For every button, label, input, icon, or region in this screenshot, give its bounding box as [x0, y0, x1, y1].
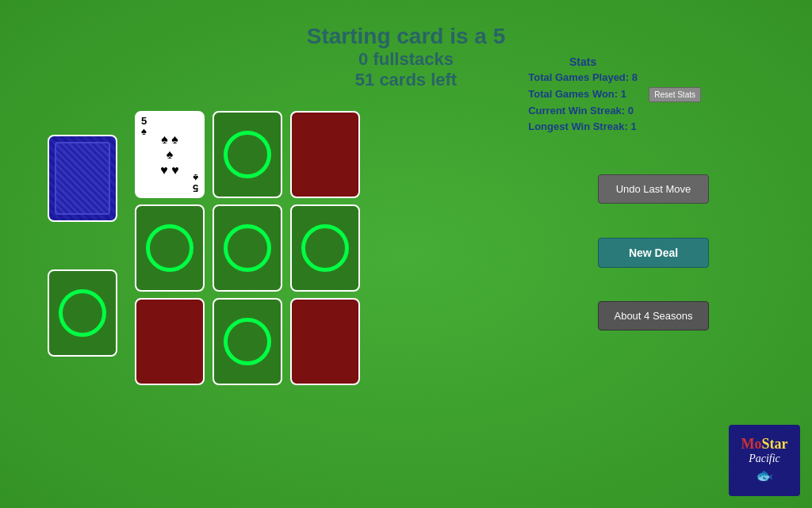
current-win-streak-row: Current Win Streak: 0 — [528, 103, 638, 120]
grid-card-r3c2[interactable] — [213, 298, 282, 385]
card-row-1: 5♠ ♠ ♠ ♠ ♥ ♥ 5♠ — [135, 111, 360, 198]
stats-title: Stats — [528, 55, 638, 68]
logo-pacific: Pacific — [749, 453, 780, 465]
deck-back-pattern — [55, 142, 110, 215]
total-games-played-value: 8 — [632, 71, 638, 83]
small-green-card[interactable] — [48, 269, 117, 357]
grid-card-r3c3[interactable] — [290, 298, 360, 385]
longest-win-streak-row: Longest Win Streak: 1 — [528, 119, 638, 136]
grid-card-r3c1[interactable] — [135, 298, 205, 385]
grid-card-r1c2[interactable] — [213, 111, 282, 198]
empty-circle-r3c2 — [224, 318, 271, 365]
mostar-pacific-logo: MoStar Pacific 🐟 — [729, 425, 800, 496]
logo-star: Star — [762, 436, 788, 452]
about-button[interactable]: About 4 Seasons — [598, 301, 709, 330]
card-row-3 — [135, 298, 360, 385]
total-games-won-label: Total Games Won: — [528, 88, 618, 100]
logo-fish-icon: 🐟 — [756, 467, 773, 484]
card-center: ♠ ♠ ♠ ♥ ♥ — [160, 116, 178, 193]
grid-card-r2c2[interactable] — [213, 204, 282, 292]
five-of-spades[interactable]: 5♠ ♠ ♠ ♠ ♥ ♥ 5♠ — [135, 111, 205, 198]
empty-circle-r2c3 — [301, 224, 349, 272]
card-row-2 — [135, 204, 360, 292]
total-games-played-row: Total Games Played: 8 — [528, 70, 638, 86]
card-corner-br: 5♠ — [193, 173, 198, 193]
game-header: Starting card is a 5 0 fullstacks 51 car… — [0, 0, 812, 90]
deck-area — [48, 135, 117, 222]
empty-circle-r1c2 — [224, 131, 271, 178]
total-games-won-value: 1 — [621, 88, 626, 100]
fullstacks-text: 0 fullstacks — [0, 49, 812, 70]
total-games-won-row: Total Games Won: 1 — [528, 86, 638, 103]
card-corner-tl: 5♠ — [141, 116, 147, 136]
deck-card[interactable] — [48, 135, 117, 222]
undo-button[interactable]: Undo Last Move — [598, 174, 709, 204]
longest-win-streak-label: Longest Win Streak: — [528, 120, 628, 132]
longest-win-streak-value: 1 — [630, 120, 636, 132]
current-win-streak-label: Current Win Streak: — [528, 105, 625, 116]
empty-circle-r2c1 — [146, 224, 193, 272]
logo-mo: Mo — [741, 436, 762, 452]
stats-rows: Total Games Played: 8 Total Games Won: 1… — [528, 70, 638, 136]
logo-text-line1: MoStar — [741, 437, 788, 453]
reset-stats-button[interactable]: Reset Stats — [649, 87, 701, 102]
grid-card-r1c3[interactable] — [290, 111, 360, 198]
grid-card-r2c1[interactable] — [135, 204, 205, 292]
empty-circle — [59, 289, 106, 337]
empty-circle-r2c2 — [224, 224, 271, 272]
small-card-area — [48, 269, 117, 357]
current-win-streak-value: 0 — [628, 105, 634, 116]
grid-card-r2c3[interactable] — [290, 204, 360, 292]
total-games-played-label: Total Games Played: — [528, 71, 629, 83]
new-deal-button[interactable]: New Deal — [598, 238, 709, 268]
card-grid: 5♠ ♠ ♠ ♠ ♥ ♥ 5♠ — [135, 111, 360, 385]
stats-panel: Stats Total Games Played: 8 Total Games … — [528, 55, 638, 136]
starting-card-text: Starting card is a 5 — [0, 24, 812, 49]
